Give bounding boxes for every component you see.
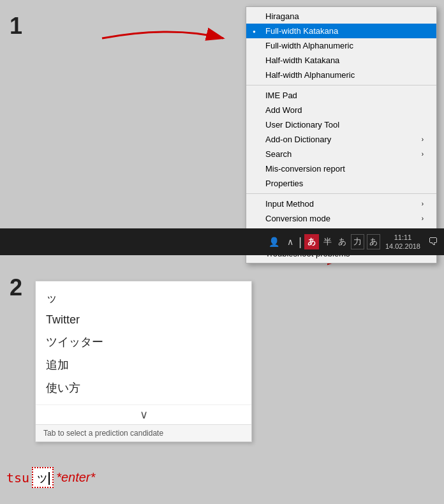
notification-icon[interactable]: 🗨 [426,235,441,249]
menu-item-hiragana[interactable]: Hiragana [246,9,436,24]
input-box[interactable]: ッ [32,467,54,488]
menu-item-half-katakana[interactable]: Half-width Katakana [246,53,436,68]
menu-item-half-alphanumeric[interactable]: Half-width Alphanumeric [246,68,436,82]
menu-item-input-method[interactable]: Input Method › [246,196,436,211]
ime-candidate-0[interactable]: ッ [46,286,241,309]
ime-candidate-1[interactable]: Twitter [46,309,241,330]
ime-footer-hint: Tab to select a prediction candidate [36,424,251,441]
person-icon[interactable]: 👤 [266,235,282,248]
ime-candidate-3[interactable]: 追加 [46,353,241,376]
ime-input-indicator: あ [336,235,348,249]
step-2-label: 2 [10,274,22,301]
menu-item-ime-pad[interactable]: IME Pad [246,88,436,103]
ime-mode-indicator: 半 [322,235,334,249]
ime-candidate-4[interactable]: 使い方 [46,376,241,399]
arrow-1-icon [96,22,236,56]
menu-item-mis-conversion[interactable]: Mis-conversion report [246,161,436,176]
separator-1 [246,85,436,85]
menu-item-user-dict[interactable]: User Dictionary Tool [246,117,436,132]
submenu-arrow-icon: › [422,136,424,143]
separator-2 [246,193,436,194]
taskbar-system-icons: 👤 ∧ | あ 半 あ 力 あ 11:11 14.02.2018 🗨 [266,233,441,251]
step-1-label: 1 [10,13,22,40]
taskbar-datetime: 11:11 14.02.2018 [385,233,420,251]
menu-item-properties[interactable]: Properties [246,176,436,191]
chevron-up-icon[interactable]: ∧ [285,235,296,248]
submenu-arrow-icon: › [422,151,424,158]
ime-indicator-1[interactable]: あ [304,234,319,249]
hiragana-button[interactable]: あ [367,234,380,249]
ime-expand-button[interactable]: ∨ [36,404,251,424]
menu-item-full-alphanumeric[interactable]: Full-width Alphanumeric [246,38,436,53]
ime-candidates-list: ッ Twitter ツイッター 追加 使い方 [36,281,251,404]
taskbar-separator: | [299,235,302,249]
kanji-button[interactable]: 力 [351,234,364,249]
menu-item-search[interactable]: Search › [246,147,436,161]
text-cursor [48,472,50,485]
menu-item-conversion-mode[interactable]: Conversion mode › [246,211,436,226]
input-prefix-text: tsu [6,470,29,485]
submenu-arrow-icon: › [422,200,424,207]
taskbar: 👤 ∧ | あ 半 あ 力 あ 11:11 14.02.2018 🗨 [0,228,444,255]
ime-candidate-2[interactable]: ツイッター [46,330,241,353]
menu-item-addon-dict[interactable]: Add-on Dictionary › [246,132,436,147]
input-line: tsu ッ *enter* [6,467,95,488]
menu-item-add-word[interactable]: Add Word [246,103,436,117]
context-menu: Hiragana Full-width Katakana Full-width … [246,6,437,263]
ime-suggestion-popup: ッ Twitter ツイッター 追加 使い方 ∨ Tab to select a… [35,281,252,442]
menu-item-full-katakana[interactable]: Full-width Katakana [246,24,436,38]
input-enter-label: *enter* [56,470,95,485]
submenu-arrow-icon: › [422,215,424,222]
